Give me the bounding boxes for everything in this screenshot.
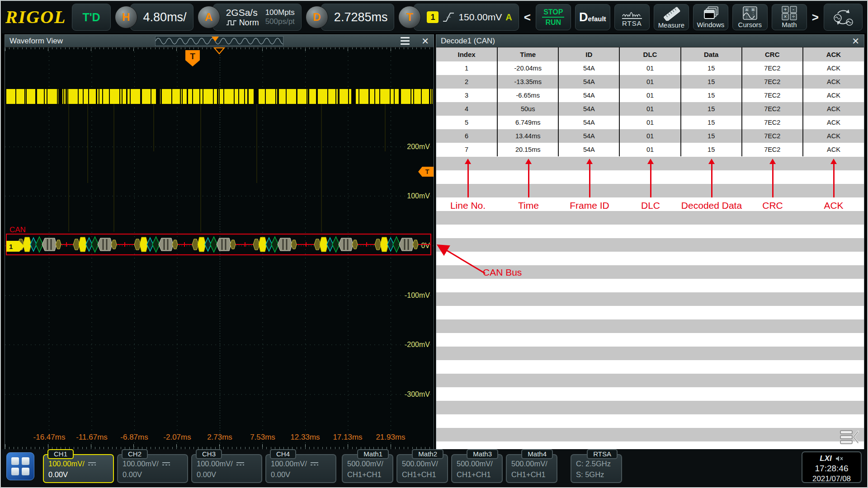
cell-data: 15 xyxy=(681,129,742,143)
waveform-view-titlebar[interactable]: Waveform View ✕ xyxy=(5,35,434,47)
ch1-waveform-trace xyxy=(5,89,434,104)
measure-button[interactable]: Measure xyxy=(654,4,689,30)
channel-card-ch1[interactable]: CH1 100.00mV/ 0.00V xyxy=(43,454,114,483)
channel-tab[interactable]: CH1 xyxy=(47,449,74,459)
close-icon[interactable]: ✕ xyxy=(421,37,429,46)
decode-header-row: IndexTimeIDDLCDataCRCACK xyxy=(436,47,864,61)
cell-index: 3 xyxy=(436,89,497,102)
cell-dlc: 01 xyxy=(619,129,680,143)
windows-icon xyxy=(702,6,720,20)
toolbar-scroll-right[interactable]: > xyxy=(811,10,820,24)
app-grid-button[interactable] xyxy=(6,452,34,480)
decode-row[interactable]: 6 13.44ms 54A 01 15 7EC2 ACK xyxy=(436,129,864,143)
channel-scale: 100.00mV/ xyxy=(123,459,159,469)
waveform-sync-button[interactable] xyxy=(824,4,863,31)
cell-ack: ACK xyxy=(803,143,864,156)
waveform-navigator[interactable] xyxy=(155,36,283,46)
channel-card-ch3[interactable]: CH3 100.00mV/ 0.00V xyxy=(191,454,262,483)
math-scale: 500.00mV/ xyxy=(511,459,552,469)
acquisition-knob[interactable]: A xyxy=(198,6,220,28)
delay-knob[interactable]: D xyxy=(306,6,328,28)
cell-dlc: 01 xyxy=(619,143,680,156)
trigger-coupling: A xyxy=(505,12,512,23)
dc-coupling-icon xyxy=(88,462,96,465)
math-tab[interactable]: Math4 xyxy=(521,449,553,459)
windows-label: Windows xyxy=(697,21,724,28)
math-label: Math xyxy=(782,21,797,28)
cursors-button[interactable]: A B Cursors xyxy=(732,4,768,30)
waveform-plot[interactable]: 300mV 200mV 100mV 0V -100mV -200mV -300m… xyxy=(5,47,434,449)
channel-card-ch4[interactable]: CH4 100.00mV/ 0.00V xyxy=(265,454,336,483)
horizontal-center-marker[interactable] xyxy=(213,47,225,54)
decode-row[interactable]: 2 -13.35ms 54A 01 15 7EC2 ACK xyxy=(436,75,864,89)
math-button[interactable]: + - × ÷ Math xyxy=(772,4,807,30)
waveform-view-window: Waveform View ✕ xyxy=(5,34,434,450)
windows-button[interactable]: Windows xyxy=(693,4,728,30)
delay-card[interactable]: 2.7285ms xyxy=(321,4,395,31)
cell-ack: ACK xyxy=(803,75,864,89)
math-tab[interactable]: Math1 xyxy=(357,449,389,459)
decode-row[interactable]: 7 20.15ms 54A 01 15 7EC2 ACK xyxy=(436,143,864,156)
decode-row[interactable]: 5 6.749ms 54A 01 15 7EC2 ACK xyxy=(436,116,864,129)
top-toolbar: RIGOL T'D H 4.80ms/ A 2GSa/s Norm 100Mpt… xyxy=(2,1,866,33)
math-card[interactable]: Math4 500.00mV/ CH1+CH1 xyxy=(506,454,557,483)
math-card[interactable]: Math3 500.00mV/ CH1+CH1 xyxy=(451,454,503,483)
annotation-arrow xyxy=(467,164,469,197)
horizontal-knob[interactable]: H xyxy=(115,6,137,28)
channel-tab[interactable]: CH3 xyxy=(196,449,222,459)
rtsa-tab[interactable]: RTSA xyxy=(587,449,618,459)
math-expression: CH1+CH1 xyxy=(347,469,388,480)
channel-scale: 100.00mV/ xyxy=(271,459,307,469)
decode-row[interactable]: 4 50us 54A 01 15 7EC2 ACK xyxy=(436,102,864,116)
speaker-muted-icon xyxy=(835,455,844,462)
default-button[interactable]: Default xyxy=(575,4,610,30)
cell-time: 13.44ms xyxy=(497,129,558,143)
cell-id: 54A xyxy=(558,89,619,102)
rtsa-card[interactable]: RTSA C: 2.5GHz S: 5GHz xyxy=(571,454,622,483)
horizontal-group: H 4.80ms/ xyxy=(115,4,193,31)
cell-crc: 7EC2 xyxy=(742,89,803,102)
decode-row[interactable]: 3 -6.65ms 54A 01 15 7EC2 ACK xyxy=(436,89,864,102)
cell-dlc: 01 xyxy=(619,116,680,129)
cell-crc: 7EC2 xyxy=(742,102,803,116)
math-tab[interactable]: Math2 xyxy=(412,449,443,459)
navigator-position-marker[interactable] xyxy=(212,37,219,45)
menu-icon[interactable] xyxy=(401,37,410,45)
cell-index: 7 xyxy=(436,143,497,156)
cell-data: 15 xyxy=(681,102,742,116)
cell-ack: ACK xyxy=(803,116,864,129)
cell-id: 54A xyxy=(558,61,619,75)
cell-crc: 7EC2 xyxy=(742,75,803,89)
cell-time: -13.35ms xyxy=(497,75,558,89)
stop-run-button[interactable]: STOP RUN xyxy=(536,4,571,30)
rtsa-button[interactable]: RTSA xyxy=(614,4,650,30)
rtsa-span: S: 5GHz xyxy=(576,469,617,480)
math-expression: CH1+CH1 xyxy=(511,469,552,480)
math-card[interactable]: Math1 500.00mV/ CH1+CH1 xyxy=(342,454,393,483)
annotation-arrow xyxy=(589,164,590,197)
channel-tab[interactable]: CH4 xyxy=(270,449,296,459)
decode-row[interactable]: 1 -20.04ms 54A 01 15 7EC2 ACK xyxy=(436,61,864,75)
delay-value: 2.7285ms xyxy=(334,10,388,24)
horizontal-card[interactable]: 4.80ms/ xyxy=(130,4,193,31)
svg-text:×: × xyxy=(783,14,787,20)
circular-arrows-icon xyxy=(831,7,855,27)
decode-column-header: Index xyxy=(436,47,497,61)
math-card[interactable]: Math2 500.00mV/ CH1+CH1 xyxy=(396,454,448,483)
collapse-list-icon[interactable] xyxy=(839,429,860,446)
decode-titlebar[interactable]: Decode1 (CAN) ✕ xyxy=(436,35,864,47)
x-axis-label: 21.93ms xyxy=(376,433,405,442)
delay-group: D 2.7285ms xyxy=(306,4,395,31)
toolbar-scroll-left[interactable]: < xyxy=(523,10,532,24)
rtsa-center-freq: C: 2.5GHz xyxy=(576,459,617,469)
decode-close-icon[interactable]: ✕ xyxy=(852,37,859,46)
annotation-arrow xyxy=(772,164,774,197)
math-tab[interactable]: Math3 xyxy=(467,449,498,459)
trigger-card[interactable]: 1 150.00mV A xyxy=(414,4,519,31)
x-axis-label: -2.07ms xyxy=(163,433,191,442)
channel-tab[interactable]: CH2 xyxy=(122,449,148,459)
channel-card-ch2[interactable]: CH2 100.00mV/ 0.00V xyxy=(117,454,188,483)
x-axis-label: -6.87ms xyxy=(120,433,148,442)
acquisition-card[interactable]: 2GSa/s Norm 100Mpts 500ps/pt xyxy=(213,4,302,31)
cell-time: 50us xyxy=(497,102,558,116)
